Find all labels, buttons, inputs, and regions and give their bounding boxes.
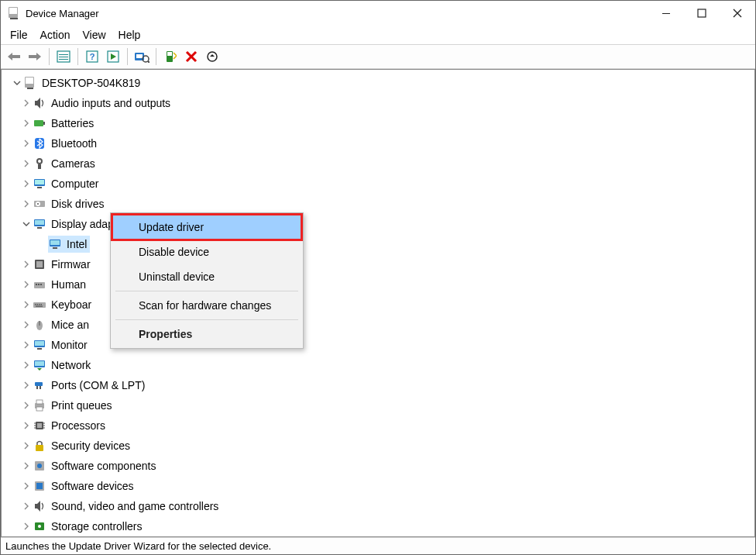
tree-item-label: Keyboar <box>51 298 91 311</box>
menu-file[interactable]: File <box>10 29 28 41</box>
scan-hardware-button[interactable] <box>132 47 151 66</box>
software-component-icon <box>33 459 46 473</box>
tree-root[interactable]: DESKTOP-504K819 <box>2 73 754 93</box>
chevron-right-icon[interactable] <box>20 137 33 150</box>
tree-item-computer[interactable]: Computer <box>20 174 754 194</box>
svg-point-35 <box>37 203 39 205</box>
menubar: File Action View Help <box>1 26 755 45</box>
tree-item-label: Software devices <box>51 480 134 492</box>
chevron-right-icon[interactable] <box>20 298 33 311</box>
uninstall-button[interactable] <box>182 47 201 66</box>
svg-rect-68 <box>37 423 42 428</box>
context-menu-uninstall-device[interactable]: Uninstall device <box>112 264 301 289</box>
tree-item-ports[interactable]: Ports (COM & LPT) <box>20 375 754 395</box>
chevron-right-icon[interactable] <box>20 379 33 391</box>
enable-disable-button[interactable] <box>203 47 222 66</box>
context-menu-label: Scan for hardware changes <box>139 299 271 312</box>
action-button[interactable] <box>104 47 122 66</box>
back-button[interactable] <box>5 47 23 66</box>
chevron-down-icon[interactable] <box>20 218 33 230</box>
context-menu-disable-device[interactable]: Disable device <box>112 240 301 264</box>
svg-point-81 <box>38 525 41 528</box>
tree-item-label: Monitor <box>51 339 88 351</box>
svg-rect-2 <box>10 18 18 19</box>
chevron-right-icon[interactable] <box>20 319 33 331</box>
svg-rect-43 <box>36 261 43 267</box>
tree-item-network[interactable]: Network <box>20 355 754 375</box>
tree-item-label: Mice an <box>51 319 89 331</box>
chevron-right-icon[interactable] <box>20 440 33 452</box>
svg-rect-24 <box>34 120 43 126</box>
chevron-right-icon[interactable] <box>20 178 33 190</box>
separator <box>77 48 78 65</box>
tree-item-label: Processors <box>51 419 105 432</box>
tree-item-audio[interactable]: Audio inputs and outputs <box>20 93 754 113</box>
tree-item-storage[interactable]: Storage controllers <box>20 516 754 536</box>
svg-rect-5 <box>11 55 20 58</box>
svg-rect-65 <box>36 400 43 404</box>
chevron-right-icon[interactable] <box>20 359 33 371</box>
chevron-down-icon[interactable] <box>11 77 23 89</box>
chevron-right-icon[interactable] <box>20 419 33 432</box>
battery-icon <box>33 116 46 130</box>
root-label: DESKTOP-504K819 <box>42 77 140 89</box>
svg-rect-62 <box>36 386 38 389</box>
svg-rect-60 <box>35 361 44 366</box>
display-adapter-icon <box>33 217 46 231</box>
tree-item-security[interactable]: Security devices <box>20 436 754 456</box>
security-icon <box>33 439 46 453</box>
svg-rect-15 <box>136 54 143 58</box>
chevron-right-icon[interactable] <box>20 399 33 412</box>
chevron-right-icon[interactable] <box>20 258 33 271</box>
minimize-button[interactable] <box>648 1 684 26</box>
separator <box>156 48 156 65</box>
show-hide-console-tree-button[interactable] <box>54 47 73 66</box>
context-menu-properties[interactable]: Properties <box>112 322 301 346</box>
tree-item-disk[interactable]: Disk drives <box>20 194 754 214</box>
tree-item-sound[interactable]: Sound, video and game controllers <box>20 496 754 516</box>
svg-rect-4 <box>698 9 706 17</box>
chevron-right-icon[interactable] <box>20 198 33 210</box>
chevron-right-icon[interactable] <box>20 157 33 170</box>
tree-item-batteries[interactable]: Batteries <box>20 113 754 133</box>
tree-item-software-components[interactable]: Software components <box>20 456 754 476</box>
forward-button[interactable] <box>26 47 44 66</box>
tree-item-processors[interactable]: Processors <box>20 415 754 436</box>
chevron-right-icon[interactable] <box>20 520 33 533</box>
device-tree-area[interactable]: DESKTOP-504K819 Audio inputs and outputs… <box>1 69 755 537</box>
titlebar: Device Manager <box>1 1 755 26</box>
context-menu-scan-hardware[interactable]: Scan for hardware changes <box>112 293 301 318</box>
tree-item-software-devices[interactable]: Software devices <box>20 476 754 496</box>
svg-rect-22 <box>26 78 33 84</box>
close-button[interactable] <box>720 1 755 26</box>
svg-rect-66 <box>36 407 43 411</box>
svg-rect-79 <box>36 483 43 489</box>
chevron-right-icon[interactable] <box>20 500 33 512</box>
update-driver-button[interactable] <box>161 47 180 66</box>
tree-item-cameras[interactable]: Cameras <box>20 153 754 174</box>
svg-rect-32 <box>37 187 42 188</box>
context-menu-separator <box>115 291 298 291</box>
chevron-right-icon[interactable] <box>20 278 33 291</box>
chevron-right-icon[interactable] <box>20 117 33 129</box>
chevron-right-icon[interactable] <box>20 480 33 492</box>
maximize-button[interactable] <box>684 1 720 26</box>
chevron-right-icon[interactable] <box>20 460 33 472</box>
chevron-right-icon[interactable] <box>20 97 33 109</box>
tree-item-print[interactable]: Print queues <box>20 395 754 415</box>
menu-help[interactable]: Help <box>119 29 141 41</box>
display-adapter-icon <box>48 237 62 251</box>
menu-view[interactable]: View <box>82 29 105 41</box>
bluetooth-icon <box>33 136 46 150</box>
tree-item-system[interactable]: System devices <box>20 536 754 537</box>
chevron-right-icon[interactable] <box>20 339 33 351</box>
help-button[interactable]: ? <box>83 47 101 66</box>
menu-action[interactable]: Action <box>40 29 70 41</box>
svg-rect-57 <box>35 341 44 346</box>
context-menu-update-driver[interactable]: Update driver <box>112 215 301 240</box>
tree-item-bluetooth[interactable]: Bluetooth <box>20 133 754 153</box>
firmware-icon <box>33 257 46 271</box>
tree-item-label: Cameras <box>51 157 95 170</box>
svg-rect-58 <box>37 348 42 350</box>
context-menu-separator <box>115 319 298 320</box>
